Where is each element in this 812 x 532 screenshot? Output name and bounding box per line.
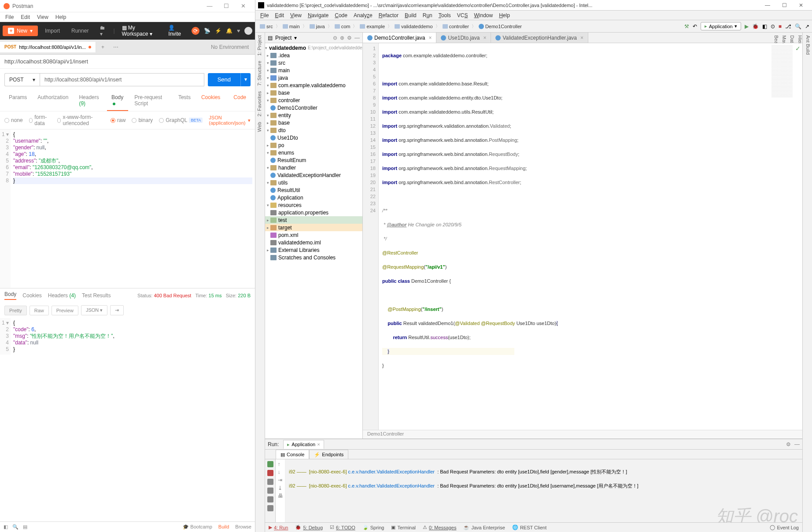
toolpane-web[interactable]: Web <box>255 119 265 134</box>
menu-view[interactable]: View <box>33 13 52 21</box>
tree-row[interactable]: ▾handler <box>265 164 362 171</box>
tree-row[interactable]: ▾java <box>265 74 362 81</box>
tree-row[interactable]: ▾src <box>265 59 362 66</box>
toolpane-structure[interactable]: 7: Structure <box>255 58 265 89</box>
code-editor[interactable]: 123456789101112131415161718192021222324 … <box>363 43 802 430</box>
fmt-raw[interactable]: Raw <box>30 306 49 315</box>
close-button[interactable]: ✕ <box>235 3 251 9</box>
menu-window[interactable]: Window <box>471 11 496 19</box>
minimap[interactable] <box>771 45 793 98</box>
runner-button[interactable]: Runner <box>67 26 93 36</box>
menu-build[interactable]: Build <box>402 11 420 19</box>
gear-icon[interactable]: ⚙ <box>347 35 352 41</box>
maximize-button[interactable]: ☐ <box>218 3 235 9</box>
coverage-icon[interactable]: ◧ <box>762 23 767 30</box>
fmt-preview[interactable]: Preview <box>52 306 78 315</box>
tree-row[interactable]: ▸base <box>265 119 362 126</box>
bc-item[interactable]: example <box>358 23 387 30</box>
tab-body[interactable]: Body <box>107 91 128 111</box>
new-button[interactable]: +New▾ <box>3 26 38 36</box>
up-icon[interactable]: ↑ <box>278 461 283 466</box>
build-icon[interactable]: ⚒ <box>684 23 689 30</box>
vcs-icon[interactable]: ⎇ <box>785 23 791 30</box>
wrap-button[interactable]: ⇥ <box>110 305 124 315</box>
tree-row[interactable]: Application <box>265 194 362 201</box>
settings-icon[interactable]: ↗ <box>805 23 809 30</box>
resp-tab-body[interactable]: Body <box>4 291 16 300</box>
footer-terminal[interactable]: ▣ Terminal <box>391 525 416 530</box>
maximize-button[interactable]: ☐ <box>776 2 793 8</box>
tree-row[interactable]: ▾enums <box>265 149 362 156</box>
editor-tab[interactable]: ValidatedExceptionHandler.java× <box>491 33 588 43</box>
heart-icon[interactable]: ♥ <box>237 28 240 34</box>
tree-row[interactable]: Demo1Controller <box>265 104 362 111</box>
tree-row[interactable]: ▾entity <box>265 111 362 119</box>
menu-view[interactable]: View <box>287 11 305 19</box>
toolpane-project[interactable]: 1: Project <box>255 33 265 58</box>
debug-icon[interactable]: 🐞 <box>752 23 759 30</box>
body-raw[interactable]: raw <box>111 117 125 123</box>
bc-item[interactable]: main <box>281 23 302 30</box>
resp-tab-results[interactable]: Test Results <box>82 292 111 299</box>
tab-prereq[interactable]: Pre-request Script <box>130 91 172 111</box>
tree-row[interactable]: ▾com.example.validateddemo <box>265 81 362 89</box>
body-formdata[interactable]: form-data <box>29 114 51 126</box>
method-selector[interactable]: POST▾ <box>4 73 40 86</box>
pause-icon[interactable] <box>267 479 273 485</box>
bc-item[interactable]: src <box>258 23 275 30</box>
project-tree[interactable]: ▾validateddemoE:\project_code\validatedd… <box>265 43 362 439</box>
tab-params[interactable]: Params <box>4 91 31 111</box>
url-input[interactable]: http://localhost:8080/api/v1/insert <box>40 73 204 86</box>
stop-icon[interactable] <box>267 470 273 476</box>
run-config-selector[interactable]: ▸Application ▾ <box>701 22 741 30</box>
sidebar-toggle-icon[interactable]: ◧ <box>4 524 8 530</box>
dump-icon[interactable] <box>267 496 273 502</box>
fmt-json[interactable]: JSON ▾ <box>81 305 107 315</box>
request-tab[interactable]: POST http://localhost:8080/api/v1/in... <box>0 42 96 52</box>
close-icon[interactable]: × <box>317 442 320 447</box>
print-icon[interactable]: 🖶 <box>278 493 283 498</box>
run-icon[interactable]: ▶ <box>745 23 749 30</box>
footer-todo[interactable]: ☑ 6: TODO <box>330 525 355 530</box>
environment-selector[interactable]: No Environment <box>205 41 255 53</box>
tab-auth[interactable]: Authorization <box>33 91 73 111</box>
body-editor[interactable]: 1 ▾2345678 { "username": "", "gender": n… <box>0 129 255 288</box>
send-dropdown[interactable]: ▾ <box>240 73 251 86</box>
body-none[interactable]: none <box>4 117 23 123</box>
minimize-button[interactable]: — <box>201 3 218 9</box>
footer-messages[interactable]: ⚠ 0: Messages <box>423 525 456 530</box>
console-output[interactable]: i92 —— [nio-8080-exec-6] c.e.v.handler.V… <box>285 459 802 522</box>
nav-back-icon[interactable]: ↶ <box>693 23 697 30</box>
close-icon[interactable]: × <box>483 35 486 41</box>
code-link[interactable]: Code <box>229 91 251 111</box>
body-urlenc[interactable]: x-www-form-urlencoded <box>57 114 104 126</box>
browse-link[interactable]: Browse <box>235 524 251 530</box>
bc-item[interactable]: controller <box>441 23 471 30</box>
body-graphql[interactable]: GraphQL BETA <box>159 117 203 123</box>
build-link[interactable]: Build <box>218 524 229 530</box>
bc-item[interactable]: Demo1Controller <box>477 23 524 30</box>
cookies-link[interactable]: Cookies <box>197 91 225 111</box>
footer-spring[interactable]: 🍃 Spring <box>362 525 384 530</box>
menu-file[interactable]: File <box>257 11 272 19</box>
wrap-icon[interactable]: ⇥ <box>278 477 283 482</box>
menu-code[interactable]: Code <box>332 11 351 19</box>
menu-refactor[interactable]: Refactor <box>376 11 402 19</box>
avatar[interactable] <box>244 27 252 35</box>
workspace-selector[interactable]: ▦ My Workspace ▾ <box>118 22 162 39</box>
menu-tools[interactable]: Tools <box>436 11 454 19</box>
tab-more-button[interactable]: ⋯ <box>110 41 122 53</box>
menu-navigate[interactable]: Navigate <box>305 11 332 19</box>
toolpane-ant[interactable]: Ant Build <box>804 33 812 532</box>
down-icon[interactable]: ↓ <box>278 469 283 474</box>
resp-tab-cookies[interactable]: Cookies <box>22 292 41 299</box>
menu-file[interactable]: File <box>2 13 17 21</box>
exit-icon[interactable] <box>267 488 273 494</box>
body-binary[interactable]: binary <box>132 117 153 123</box>
capture-icon[interactable]: 📡 <box>204 28 210 34</box>
profile-icon[interactable]: ⊙ <box>771 23 775 30</box>
tree-row[interactable]: ▾controller <box>265 96 362 104</box>
trash-icon[interactable] <box>267 505 273 511</box>
close-icon[interactable]: × <box>428 35 432 41</box>
bc-item[interactable]: com <box>333 23 352 30</box>
